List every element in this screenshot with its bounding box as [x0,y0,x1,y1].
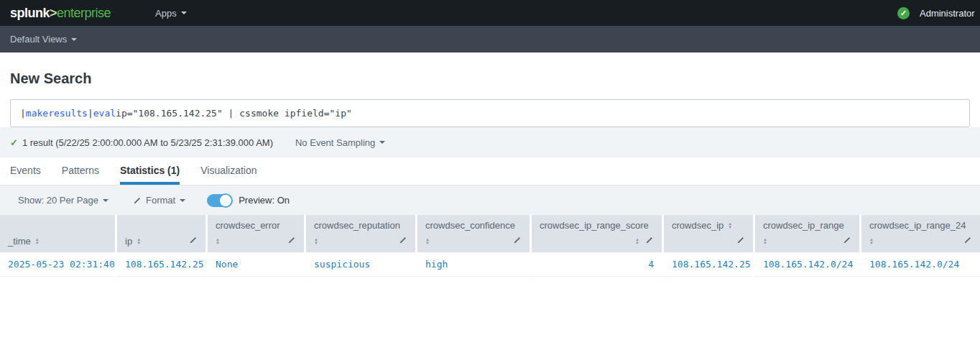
spl-command-text: eval [93,108,116,119]
table-cell-ip[interactable]: 108.165.142.25 [115,252,205,277]
pencil-icon [133,196,142,205]
sort-icon[interactable]: ▲▼ [728,222,732,229]
sort-icon[interactable]: ▲▼ [216,238,220,245]
preview-state-label: Preview: On [239,195,290,206]
column-format-pencil-icon[interactable] [513,236,522,247]
column-header-crowdsec_ip[interactable]: crowdsec_ip▲▼ [662,215,753,252]
statistics-table-container: _time▲▼ip▲▼crowdsec_error▲▼crowdsec_repu… [0,215,980,277]
column-name-label: crowdsec_ip_range_score [540,220,649,231]
sort-icon[interactable]: ▲▼ [425,238,430,245]
tab-patterns[interactable]: Patterns [62,157,99,185]
column-name-label: _time [8,236,31,247]
column-name-label: crowdsec_ip_range_24 [869,220,966,231]
logo-gt-text: > [50,6,57,20]
default-views-label: Default Views [10,34,67,45]
column-format-pencil-icon[interactable] [843,236,851,247]
chevron-down-icon [71,38,77,41]
table-cell-crowdsec_ip_range[interactable]: 108.165.142.0/24 [753,252,859,277]
column-name-label: ip [125,236,132,247]
chevron-down-icon [181,12,187,14]
per-page-label: Show: 20 Per Page [18,195,98,206]
per-page-menu[interactable]: Show: 20 Per Page [18,195,108,206]
sort-icon[interactable]: ▲▼ [314,238,318,245]
spl-plain-text: ip="108.165.142.25" | cssmoke ipfield="i… [116,108,352,119]
splunk-logo[interactable]: splunk>enterprise [10,6,111,21]
column-name-label: crowdsec_ip_range [763,220,844,231]
chevron-down-icon [103,199,108,202]
column-header-_time[interactable]: _time▲▼ [0,215,115,252]
sort-icon[interactable]: ▲▼ [137,238,141,245]
app-navigation-bar: Default Views [0,26,980,52]
toggle-knob-icon [218,193,233,208]
default-views-menu[interactable]: Default Views [10,34,77,45]
column-header-crowdsec_reputation[interactable]: crowdsec_reputation▲▼ [304,215,415,252]
column-format-pencil-icon[interactable] [287,236,296,247]
table-cell-_time[interactable]: 2025-05-23 02:31:40 [0,252,115,277]
column-format-pencil-icon[interactable] [736,236,745,247]
apps-menu[interactable]: Apps [155,8,187,19]
preview-toggle[interactable] [207,194,232,207]
tab-statistics-1[interactable]: Statistics (1) [120,157,180,185]
column-name-label: crowdsec_confidence [425,220,515,231]
column-header-crowdsec_error[interactable]: crowdsec_error▲▼ [205,215,304,252]
column-format-pencil-icon[interactable] [963,236,972,247]
sort-icon[interactable]: ▲▼ [763,238,767,245]
statistics-table: _time▲▼ip▲▼crowdsec_error▲▼crowdsec_repu… [0,215,980,277]
sort-icon[interactable]: ▲▼ [635,238,639,245]
results-controls-bar: Show: 20 Per Page Format Preview: On [0,185,980,215]
top-navigation-bar: splunk>enterprise Apps ✓ Administrator [0,0,980,26]
column-format-pencil-icon[interactable] [645,236,654,247]
column-header-crowdsec_confidence[interactable]: crowdsec_confidence▲▼ [415,215,530,252]
logo-product-text: enterprise [57,6,111,20]
tab-events[interactable]: Events [10,157,41,185]
sort-icon[interactable]: ▲▼ [869,238,874,245]
results-tabs: EventsPatternsStatistics (1)Visualizatio… [0,157,980,185]
search-complete-icon: ✓ [10,137,18,148]
table-cell-crowdsec_reputation[interactable]: suspicious [304,252,415,277]
column-header-crowdsec_ip_range_24[interactable]: crowdsec_ip_range_24▲▼ [859,215,980,252]
logo-splunk-text: splunk [10,6,50,20]
column-name-label: crowdsec_reputation [314,220,400,231]
chevron-down-icon [180,199,185,202]
table-cell-crowdsec_confidence[interactable]: high [415,252,530,277]
column-format-pencil-icon[interactable] [189,236,198,247]
spl-plain-text: | [20,108,26,119]
table-row: 2025-05-23 02:31:40108.165.142.25Nonesus… [0,252,980,277]
event-sampling-menu[interactable]: No Event Sampling [295,137,385,148]
tab-visualization[interactable]: Visualization [200,157,256,185]
page-title: New Search [10,70,980,87]
search-status-bar: ✓ 1 result (5/22/25 2:00:00.000 AM to 5/… [0,127,980,157]
table-cell-crowdsec_ip_range_24[interactable]: 108.165.142.0/24 [859,252,980,277]
column-header-crowdsec_ip_range[interactable]: crowdsec_ip_range▲▼ [753,215,859,252]
search-query-input[interactable]: | makeresults | eval ip="108.165.142.25"… [10,99,970,127]
column-header-crowdsec_ip_range_score[interactable]: crowdsec_ip_range_score▲▼ [530,215,662,252]
event-sampling-label: No Event Sampling [295,137,375,148]
user-menu[interactable]: Administrator [920,8,975,19]
apps-menu-label: Apps [155,8,177,19]
column-header-ip[interactable]: ip▲▼ [115,215,205,252]
format-label: Format [146,195,175,206]
sort-icon[interactable]: ▲▼ [35,238,40,245]
format-menu[interactable]: Format [133,195,185,206]
table-cell-crowdsec_ip_range_score[interactable]: 4 [530,252,662,277]
table-cell-crowdsec_ip[interactable]: 108.165.142.25 [662,252,753,277]
spl-command-text: makeresults [26,108,88,119]
result-summary: 1 result (5/22/25 2:00:00.000 AM to 5/23… [22,137,273,148]
column-format-pencil-icon[interactable] [399,236,407,247]
column-name-label: crowdsec_error [216,220,280,231]
column-name-label: crowdsec_ip [672,220,724,231]
topbar-right-section: ✓ Administrator [897,0,975,26]
health-check-icon[interactable]: ✓ [897,7,910,19]
chevron-down-icon [379,141,385,144]
table-cell-crowdsec_error[interactable]: None [205,252,304,277]
spl-plain-text: | [88,108,93,119]
